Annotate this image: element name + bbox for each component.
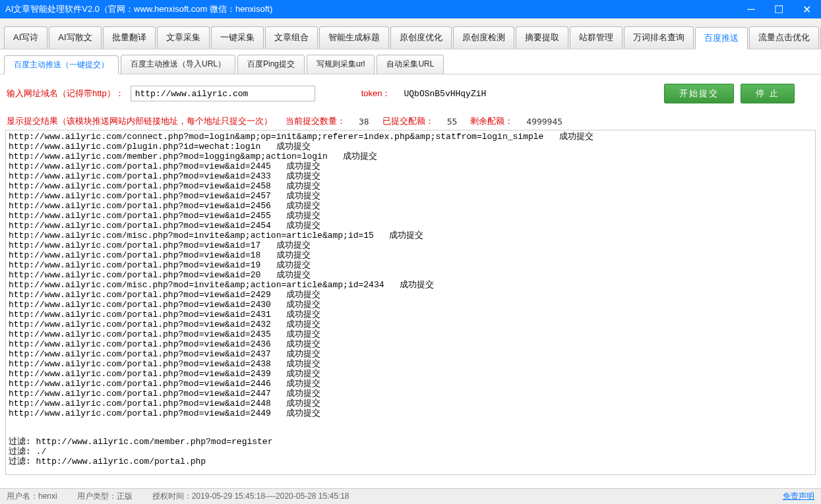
main-tab-0[interactable]: AI写诗: [4, 26, 47, 49]
sub-tab-1[interactable]: 百度主动推送（导入URL）: [121, 55, 235, 74]
log-line: http://www.ailyric.com/portal.php?mod=vi…: [9, 379, 812, 389]
log-line: http://www.ailyric.com/portal.php?mod=vi…: [9, 359, 812, 369]
log-line: http://www.ailyric.com/portal.php?mod=vi…: [9, 329, 812, 339]
close-icon[interactable]: ✕: [797, 3, 816, 16]
log-filter-line: 过滤: http://www.ailyric.com/portal.php: [9, 457, 812, 466]
main-tab-1[interactable]: AI写散文: [49, 26, 101, 49]
log-line: http://www.ailyric.com/portal.php?mod=vi…: [9, 221, 812, 231]
log-line: http://www.ailyric.com/misc.php?mod=invi…: [9, 280, 812, 290]
main-tab-6[interactable]: 智能生成标题: [319, 26, 389, 49]
log-filter-line: 过滤: http://www.ailyric.com/member.php?mo…: [9, 437, 812, 447]
disclaimer-link[interactable]: 免责声明: [783, 491, 814, 502]
current-count-label: 当前提交数量：: [286, 115, 346, 127]
log-line: http://www.ailyric.com/portal.php?mod=vi…: [9, 171, 812, 181]
log-line: http://www.ailyric.com/misc.php?mod=invi…: [9, 231, 812, 240]
log-line: http://www.ailyric.com/plugin.php?id=wec…: [9, 142, 812, 152]
log-line: http://www.ailyric.com/portal.php?mod=vi…: [9, 201, 812, 211]
domain-label: 输入网址域名（记得带http）：: [7, 88, 124, 99]
main-tab-4[interactable]: 一键采集: [211, 26, 264, 49]
result-header-text: 显示提交结果（该模块推送网站内部链接地址，每个地址只提交一次）: [7, 115, 272, 127]
quota-used-value: 55: [447, 117, 458, 126]
main-tab-2[interactable]: 批量翻译: [103, 26, 156, 49]
stop-button[interactable]: 停 止: [741, 84, 795, 103]
quota-left-value: 4999945: [526, 117, 563, 126]
log-line: http://www.ailyric.com/portal.php?mod=vi…: [9, 290, 812, 300]
main-tab-9[interactable]: 摘要提取: [516, 26, 568, 49]
status-auth-time: 授权时间：2019-05-29 15:45:18----2020-05-28 1…: [152, 491, 350, 502]
sub-tab-2[interactable]: 百度Ping提交: [237, 55, 305, 74]
log-line: http://www.ailyric.com/portal.php?mod=vi…: [9, 300, 812, 310]
log-line: http://www.ailyric.com/portal.php?mod=vi…: [9, 369, 812, 379]
main-tab-5[interactable]: 文章组合: [265, 26, 318, 49]
sub-tab-0[interactable]: 百度主动推送（一键提交）: [4, 55, 119, 74]
main-tab-8[interactable]: 原创度检测: [453, 26, 514, 49]
main-tab-13[interactable]: 流量点击优化: [749, 26, 819, 49]
sub-tab-3[interactable]: 写规则采集url: [307, 55, 375, 74]
domain-input[interactable]: [131, 86, 315, 101]
quota-left-label: 剩余配额：: [470, 115, 513, 127]
sub-tab-bar: 百度主动推送（一键提交）百度主动推送（导入URL）百度Ping提交写规则采集ur…: [0, 49, 821, 74]
token-label: token：: [361, 88, 391, 99]
main-tab-7[interactable]: 原创度优化: [390, 26, 452, 49]
log-line: http://www.ailyric.com/portal.php?mod=vi…: [9, 270, 812, 280]
start-submit-button[interactable]: 开始提交: [664, 84, 734, 103]
log-line: http://www.ailyric.com/portal.php?mod=vi…: [9, 161, 812, 171]
log-output[interactable]: http://www.ailyric.com/connect.php?mod=l…: [5, 130, 816, 475]
log-line: http://www.ailyric.com/portal.php?mod=vi…: [9, 191, 812, 201]
sub-tab-4[interactable]: 自动采集URL: [377, 55, 444, 74]
log-line: http://www.ailyric.com/portal.php?mod=vi…: [9, 339, 812, 349]
log-line: http://www.ailyric.com/portal.php?mod=vi…: [9, 260, 812, 270]
maximize-icon[interactable]: ☐: [770, 3, 788, 16]
log-line: http://www.ailyric.com/portal.php?mod=vi…: [9, 250, 812, 260]
statusbar: 用户名：henxi 用户类型：正版 授权时间：2019-05-29 15:45:…: [0, 488, 821, 504]
token-value: UQbOSnB5vHHqyZiH: [404, 89, 487, 99]
log-line: http://www.ailyric.com/portal.php?mod=vi…: [9, 399, 812, 408]
log-filter-line: 过滤: ./: [9, 447, 812, 457]
log-line: http://www.ailyric.com/portal.php?mod=vi…: [9, 211, 812, 221]
main-tab-10[interactable]: 站群管理: [570, 26, 623, 49]
log-line: http://www.ailyric.com/portal.php?mod=vi…: [9, 349, 812, 359]
current-count-value: 38: [359, 117, 369, 126]
input-row: 输入网址域名（记得带http）： token： UQbOSnB5vHHqyZiH…: [0, 74, 821, 113]
result-header: 显示提交结果（该模块推送网站内部链接地址，每个地址只提交一次） 当前提交数量： …: [0, 113, 821, 128]
log-line: http://www.ailyric.com/portal.php?mod=vi…: [9, 240, 812, 250]
main-tab-12[interactable]: 百度推送: [695, 27, 748, 49]
status-username: 用户名：henxi: [7, 491, 57, 502]
app-title: AI文章智能处理软件V2.0（官网：www.henxisoft.com 微信：h…: [5, 3, 742, 15]
main-tab-3[interactable]: 文章采集: [157, 26, 210, 49]
main-tab-11[interactable]: 万词排名查询: [624, 26, 694, 49]
status-usertype: 用户类型：正版: [77, 491, 133, 502]
log-line: http://www.ailyric.com/portal.php?mod=vi…: [9, 181, 812, 191]
log-line: http://www.ailyric.com/connect.php?mod=l…: [9, 132, 812, 142]
log-line: http://www.ailyric.com/member.php?mod=lo…: [9, 152, 812, 161]
log-line: http://www.ailyric.com/portal.php?mod=vi…: [9, 320, 812, 329]
log-line: http://www.ailyric.com/portal.php?mod=vi…: [9, 408, 812, 418]
minimize-icon[interactable]: ─: [742, 3, 760, 16]
main-tab-bar: AI写诗AI写散文批量翻译文章采集一键采集文章组合智能生成标题原创度优化原创度检…: [0, 18, 821, 49]
log-line: http://www.ailyric.com/portal.php?mod=vi…: [9, 389, 812, 399]
quota-used-label: 已提交配额：: [382, 115, 434, 127]
log-line: http://www.ailyric.com/portal.php?mod=vi…: [9, 310, 812, 320]
titlebar: AI文章智能处理软件V2.0（官网：www.henxisoft.com 微信：h…: [0, 0, 821, 18]
